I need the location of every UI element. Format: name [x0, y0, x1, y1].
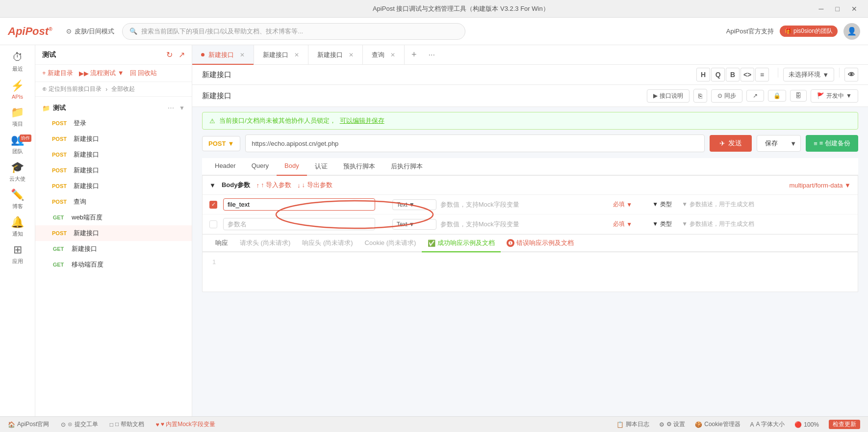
- sidebar-item-apis[interactable]: ⚡ APIs: [3, 77, 32, 102]
- resp-tab-request-headers[interactable]: 请求头 (尚未请求): [234, 235, 296, 252]
- api-group-expand-icon[interactable]: ▼: [179, 105, 185, 111]
- param-value-cell-1[interactable]: 参数值，支持Mock字段变量: [436, 200, 613, 209]
- minimize-button[interactable]: ─: [816, 4, 827, 14]
- new-dir-button[interactable]: + 新建目录: [42, 69, 73, 78]
- list-item[interactable]: POST 新建接口 ···: [35, 178, 192, 194]
- skin-toggle[interactable]: ⊙ 皮肤/日间模式: [66, 27, 115, 36]
- url-input[interactable]: [245, 135, 705, 152]
- list-item[interactable]: GET 移动端百度 ···: [35, 257, 192, 272]
- search-bar[interactable]: 🔍 搜索当前团队下的项目/接口/以及帮助文档、技术博客等...: [122, 23, 465, 40]
- api-group-more-icon[interactable]: ···: [168, 104, 174, 112]
- sidebar-item-recent[interactable]: ⏱ 最近: [3, 49, 32, 75]
- import-button[interactable]: ↑ ↑ 导入参数: [256, 181, 291, 189]
- interface-desc-button[interactable]: ▶ 接口说明: [647, 89, 689, 103]
- format-list-button[interactable]: ≡: [755, 68, 769, 81]
- save-button[interactable]: 保存: [757, 135, 786, 151]
- lock-button[interactable]: 🔒: [768, 90, 786, 102]
- db-button[interactable]: 🗄: [790, 90, 807, 102]
- flow-test-button[interactable]: ▶▶ 流程测试 ▼: [79, 69, 124, 78]
- param-checkbox-1[interactable]: ✓: [209, 201, 223, 209]
- list-item[interactable]: POST 新建接口 ···: [35, 131, 192, 147]
- list-item[interactable]: POST 新建接口 ···: [35, 147, 192, 162]
- tab-new-interface-3[interactable]: 新建接口 ✕: [308, 45, 363, 65]
- tab-close-icon[interactable]: ✕: [349, 52, 354, 58]
- tab-query[interactable]: 查询 ✕: [363, 45, 405, 65]
- share-icon[interactable]: ↗: [179, 50, 185, 59]
- refresh-icon[interactable]: ↻: [166, 50, 173, 59]
- param-checkbox-2[interactable]: [209, 220, 223, 228]
- required-badge[interactable]: 必填 ▼: [613, 200, 652, 209]
- locate-nav-item[interactable]: ⊕ 定位到当前接口目录: [42, 85, 102, 93]
- param-desc-cell-1[interactable]: ▼ 参数描述，用于生成文档: [682, 200, 851, 209]
- status-button[interactable]: 🚩 开发中 ▼: [811, 89, 858, 103]
- eye-button[interactable]: 👁: [844, 68, 858, 81]
- copy-button[interactable]: ⎘: [693, 89, 707, 103]
- export-button[interactable]: ↓ ↓ 导出参数: [297, 181, 332, 189]
- resp-tab-response-headers[interactable]: 响应头 (尚未请求): [296, 235, 358, 252]
- trash-button[interactable]: 回 回收站: [130, 69, 157, 78]
- collapse-nav-item[interactable]: 全部收起: [111, 85, 135, 93]
- format-code-button[interactable]: <>: [740, 68, 754, 81]
- format-q-button[interactable]: Q: [711, 68, 725, 81]
- sync-button[interactable]: ⊙ 同步: [711, 89, 742, 103]
- type-select-1[interactable]: Text ▼: [392, 199, 436, 210]
- maximize-button[interactable]: □: [833, 4, 842, 14]
- send-button[interactable]: ✈ 发送: [710, 135, 752, 152]
- sidebar-item-blog[interactable]: ✏️ 博客: [3, 187, 32, 212]
- help-doc-button[interactable]: □ □ 帮助文档: [110, 420, 144, 429]
- param-value-cell-2[interactable]: 参数值，支持Mock字段变量: [436, 220, 613, 229]
- sidebar-item-ambassador[interactable]: 🎓 云大使: [3, 159, 32, 185]
- font-size-button[interactable]: A A 字体大小: [750, 420, 785, 429]
- sidebar-item-apps[interactable]: ⊞ 应用: [3, 242, 32, 267]
- tab-add-button[interactable]: +: [405, 50, 424, 60]
- apipost-official-link[interactable]: 🏠 ApiPost官网: [8, 420, 49, 429]
- tab-close-icon[interactable]: ✕: [240, 52, 245, 58]
- tab-auth[interactable]: 认证: [307, 158, 335, 176]
- close-button[interactable]: ✕: [848, 4, 860, 14]
- tab-new-interface-2[interactable]: 新建接口 ✕: [254, 45, 308, 65]
- settings-button[interactable]: ⚙ ⚙ 设置: [659, 420, 685, 429]
- list-item[interactable]: POST 查询 ···: [35, 194, 192, 210]
- tab-new-interface-1[interactable]: 新建接口 ✕: [192, 45, 254, 65]
- notice-link[interactable]: 可以编辑并保存: [340, 116, 384, 125]
- team-badge[interactable]: 🎁 pis0sion的团队: [780, 26, 838, 37]
- list-item[interactable]: POST 登录 ···: [35, 115, 192, 131]
- tab-close-icon[interactable]: ✕: [390, 52, 395, 58]
- share-button[interactable]: ↗: [746, 90, 764, 102]
- error-check-button[interactable]: 检查更新: [829, 420, 860, 429]
- create-backup-button[interactable]: ≡ ≡ 创建备份: [806, 135, 858, 152]
- api-group-testing[interactable]: 📁 测试 ··· ▼: [35, 101, 192, 115]
- resp-tab-response[interactable]: 响应: [209, 235, 234, 252]
- param-desc-cell-2[interactable]: ▼ 参数描述，用于生成文档: [682, 220, 851, 228]
- script-log-button[interactable]: 📋 脚本日志: [616, 420, 649, 429]
- tab-post-script[interactable]: 后执行脚本: [383, 158, 431, 176]
- body-type-select[interactable]: multipart/form-data ▼: [789, 182, 851, 189]
- param-name-input-1[interactable]: [223, 198, 375, 211]
- method-select[interactable]: POST ▼: [202, 136, 240, 151]
- type-select-2[interactable]: Text ▼: [392, 219, 436, 230]
- format-h-button[interactable]: H: [696, 68, 710, 81]
- env-select[interactable]: 未选择环境 ▼: [783, 68, 834, 81]
- cookie-manager-button[interactable]: 🍪 Cookie管理器: [695, 420, 740, 429]
- resp-tab-error[interactable]: ❶ 错误响应示例及文档: [501, 235, 580, 252]
- resp-tab-success[interactable]: ✅ 成功响应示例及文档: [422, 235, 501, 252]
- sidebar-item-projects[interactable]: 📁 项目: [3, 104, 32, 130]
- resp-tab-cookie[interactable]: Cookie (尚未请求): [359, 235, 422, 252]
- tab-header[interactable]: Header: [207, 158, 244, 176]
- param-name-input-2[interactable]: [223, 218, 375, 230]
- save-dropdown-button[interactable]: ▼: [786, 136, 800, 151]
- list-item[interactable]: POST 新建接口 ···: [35, 162, 192, 178]
- tab-more-button[interactable]: ···: [424, 51, 440, 59]
- list-item[interactable]: GET web端百度 ···: [35, 210, 192, 225]
- required-badge[interactable]: 必填 ▼: [613, 220, 652, 228]
- format-b-button[interactable]: B: [726, 68, 740, 81]
- tab-pre-script[interactable]: 预执行脚本: [335, 158, 383, 176]
- submit-bug-button[interactable]: ⊙ ⊙ 提交工单: [61, 420, 98, 429]
- tab-close-icon[interactable]: ✕: [294, 52, 299, 58]
- list-item[interactable]: GET 新建接口 ···: [35, 241, 192, 257]
- sidebar-item-team[interactable]: 👥 团队: [3, 132, 32, 157]
- collapse-icon[interactable]: ▼: [209, 182, 216, 189]
- list-item[interactable]: POST 新建接口 ···: [35, 225, 192, 241]
- mock-vars-button[interactable]: ♥ ♥ 内置Mock字段变量: [156, 420, 215, 429]
- tab-query[interactable]: Query: [244, 158, 277, 176]
